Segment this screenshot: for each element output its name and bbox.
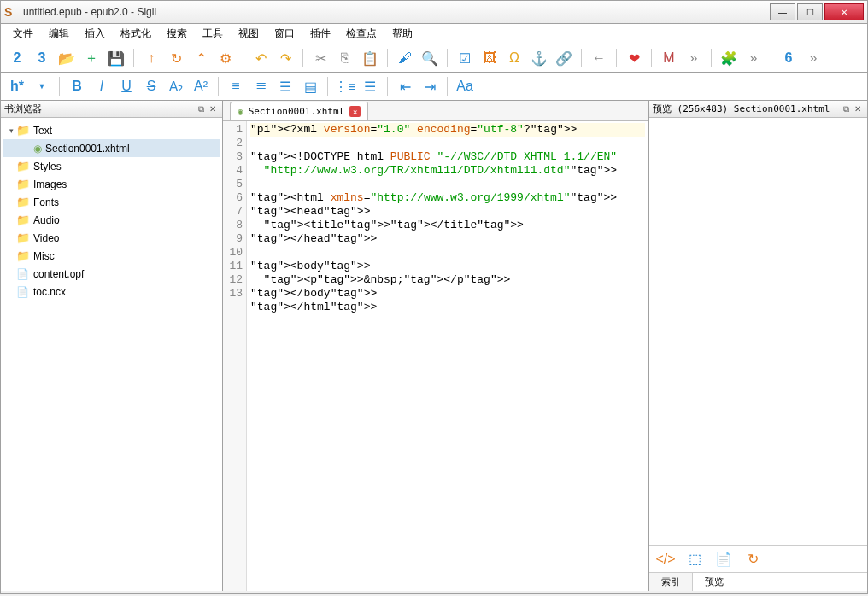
folder-Text[interactable]: ▾📁Text (3, 121, 220, 139)
folder-Styles[interactable]: 📁Styles (3, 157, 220, 175)
align-right-icon[interactable]: ☰ (274, 75, 296, 97)
menu-帮助[interactable]: 帮助 (385, 25, 419, 43)
menu-窗口[interactable]: 窗口 (267, 25, 302, 43)
menu-格式化[interactable]: 格式化 (114, 25, 158, 43)
folder-Fonts[interactable]: 📁Fonts (3, 193, 220, 211)
line-gutter: 12345678910111213 (223, 121, 247, 591)
panel-close-icon[interactable]: ✕ (207, 103, 219, 115)
anchor-icon[interactable]: ⚓ (528, 47, 550, 69)
copy-icon[interactable]: ⎘ (334, 47, 356, 69)
book-browser-header: 书浏览器 ⧉ ✕ (1, 101, 222, 118)
omega-icon[interactable]: Ω (503, 47, 525, 69)
window-controls: — ☐ ✕ (770, 3, 864, 20)
maximize-button[interactable]: ☐ (797, 3, 823, 20)
preview-tab-预览[interactable]: 预览 (693, 573, 736, 591)
file3-icon[interactable]: 3 (31, 47, 53, 69)
search-icon[interactable]: 🔍 (419, 47, 441, 69)
menu-文件[interactable]: 文件 (6, 25, 40, 43)
close-tab-icon[interactable]: ✕ (349, 106, 361, 117)
folder-Audio[interactable]: 📁Audio (3, 211, 220, 229)
back-icon[interactable]: ← (588, 47, 610, 69)
refresh-icon[interactable]: ↻ (165, 47, 187, 69)
select-all-icon[interactable]: ⬚ (683, 548, 706, 570)
window-title: untitled.epub - epub2.0 - Sigil (23, 6, 770, 18)
menu-搜索[interactable]: 搜索 (160, 25, 194, 43)
chevron-right-icon-2[interactable]: » (742, 47, 765, 69)
save-icon[interactable]: 💾 (105, 47, 127, 69)
indent-icon[interactable]: ⇥ (419, 75, 441, 97)
preview-header: 预览 (256x483) Section0001.xhtml ⧉ ✕ (649, 101, 867, 118)
folder-Misc[interactable]: 📁Misc (3, 247, 220, 265)
list-bullet-icon[interactable]: ⋮≡ (334, 75, 356, 97)
collapse-icon[interactable]: ⌃ (190, 47, 212, 69)
plugin-puzzle-icon[interactable]: 🧩 (718, 47, 740, 69)
code-editor[interactable]: 12345678910111213 "pi"><?xml version="1.… (223, 121, 648, 591)
main-area: 书浏览器 ⧉ ✕ ▾📁Text◉Section0001.xhtml📁Styles… (0, 101, 868, 591)
list-number-icon[interactable]: ☰ (359, 75, 381, 97)
preview-content (649, 118, 867, 545)
outdent-icon[interactable]: ⇤ (394, 75, 416, 97)
heart-icon[interactable]: ❤ (623, 47, 645, 69)
menu-工具[interactable]: 工具 (196, 25, 230, 43)
menu-插入[interactable]: 插入 (78, 25, 112, 43)
editor-tab[interactable]: ◉ Section0001.xhtml ✕ (230, 102, 368, 120)
toolbar-main: 2 3 📂 ＋ 💾 ↑ ↻ ⌃ ⚙ ↶ ↷ ✂ ⎘ 📋 🖌 🔍 ☑ 🖼 Ω ⚓ … (0, 44, 868, 73)
cut-icon[interactable]: ✂ (309, 47, 331, 69)
file-Section0001.xhtml[interactable]: ◉Section0001.xhtml (3, 139, 220, 157)
menu-视图[interactable]: 视图 (232, 25, 266, 43)
heading-dropdown-icon[interactable]: ▼ (31, 75, 53, 97)
subscript-icon[interactable]: A₂ (165, 75, 187, 97)
paste-icon[interactable]: 📋 (359, 47, 381, 69)
statusbar (0, 591, 868, 594)
add-icon[interactable]: ＋ (80, 47, 103, 69)
bold-icon[interactable]: B (66, 75, 88, 97)
preview-tab-索引[interactable]: 索引 (649, 573, 693, 591)
copy-preview-icon[interactable]: 📄 (713, 548, 735, 570)
preview-close-icon[interactable]: ✕ (852, 103, 864, 115)
strikethrough-icon[interactable]: S (140, 75, 162, 97)
align-center-icon[interactable]: ≣ (249, 75, 272, 97)
menu-编辑[interactable]: 编辑 (42, 25, 76, 43)
app-icon: S (4, 5, 18, 19)
m-icon[interactable]: M (658, 47, 680, 69)
code-view-icon[interactable]: </> (654, 548, 677, 570)
preview-title: 预览 (256x483) Section0001.xhtml (653, 102, 830, 115)
chevron-right-icon[interactable]: » (683, 47, 705, 69)
file2-icon[interactable]: 2 (6, 47, 28, 69)
chevron-right-icon-3[interactable]: » (802, 47, 824, 69)
brush-icon[interactable]: 🖌 (394, 47, 416, 69)
image-icon[interactable]: 🖼 (478, 47, 501, 69)
align-left-icon[interactable]: ≡ (225, 75, 247, 97)
file-content.opf[interactable]: 📄content.opf (3, 265, 220, 283)
close-button[interactable]: ✕ (824, 3, 864, 20)
underline-icon[interactable]: U (115, 75, 138, 97)
reload-icon[interactable]: ↻ (742, 548, 764, 570)
minimize-button[interactable]: — (770, 3, 795, 20)
arrow-up-icon[interactable]: ↑ (140, 47, 162, 69)
preview-undock-icon[interactable]: ⧉ (840, 103, 852, 115)
folder-Video[interactable]: 📁Video (3, 229, 220, 247)
preview-panel: 预览 (256x483) Section0001.xhtml ⧉ ✕ </> ⬚… (648, 101, 867, 591)
open-folder-icon[interactable]: 📂 (56, 47, 78, 69)
preview-tabs: 索引预览 (649, 572, 867, 591)
code-content[interactable]: "pi"><?xml version="1.0" encoding="utf-8… (247, 121, 648, 591)
link-icon[interactable]: 🔗 (553, 47, 575, 69)
case-icon[interactable]: Aa (454, 75, 476, 97)
menubar: 文件编辑插入格式化搜索工具视图窗口插件检查点帮助 (0, 24, 868, 44)
preview-toolbar: </> ⬚ 📄 ↻ (649, 545, 867, 572)
undo-icon[interactable]: ↶ (249, 47, 272, 69)
undock-icon[interactable]: ⧉ (195, 103, 207, 115)
plugin6-icon[interactable]: 6 (777, 47, 800, 69)
gear-icon[interactable]: ⚙ (214, 47, 237, 69)
superscript-icon[interactable]: A² (190, 75, 212, 97)
italic-icon[interactable]: I (91, 75, 113, 97)
validate-icon[interactable]: ☑ (454, 47, 476, 69)
file-toc.ncx[interactable]: 📄toc.ncx (3, 283, 220, 301)
menu-插件[interactable]: 插件 (303, 25, 337, 43)
tab-label: Section0001.xhtml (249, 106, 345, 117)
menu-检查点[interactable]: 检查点 (339, 25, 384, 43)
heading-star-icon[interactable]: h* (6, 75, 28, 97)
align-justify-icon[interactable]: ▤ (299, 75, 321, 97)
folder-Images[interactable]: 📁Images (3, 175, 220, 193)
redo-icon[interactable]: ↷ (274, 47, 296, 69)
